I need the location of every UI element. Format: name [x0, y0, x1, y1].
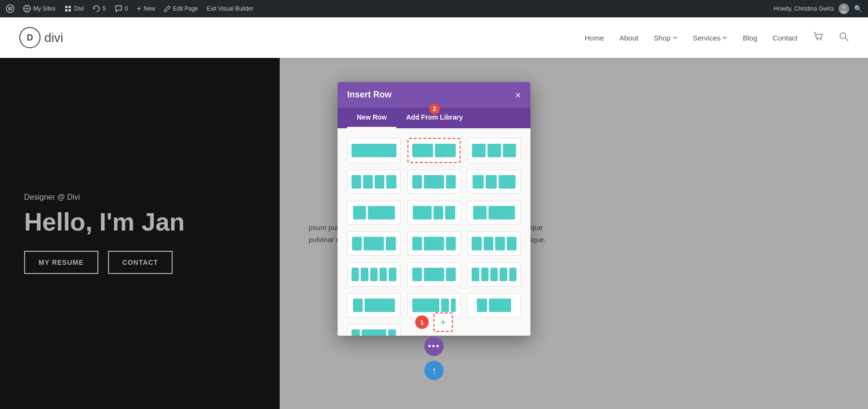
badge-1: 1 [415, 315, 429, 329]
add-row-action: 1 + [415, 313, 453, 332]
insert-row-modal: Insert Row × New Row Add From Library 2 [338, 82, 530, 336]
layout-5col[interactable] [347, 262, 401, 286]
svg-point-9 [842, 5, 846, 9]
layout-2col-left-wide[interactable] [347, 201, 401, 225]
layout-2col-equal[interactable] [407, 138, 461, 163]
nav-item-blog[interactable]: Blog [743, 34, 757, 42]
exit-vb-button[interactable]: Exit Visual Builder [207, 5, 254, 12]
svg-rect-5 [65, 6, 68, 8]
nav-item-contact[interactable]: Contact [773, 34, 798, 42]
layout-3col-v2[interactable] [467, 170, 521, 194]
more-options-button[interactable]: ••• [424, 337, 444, 356]
svg-point-13 [840, 33, 846, 39]
my-sites-menu[interactable]: My Sites [23, 5, 55, 13]
nav-item-about[interactable]: About [619, 34, 638, 42]
logo-circle: D [19, 27, 41, 48]
main-content: Designer @ Divi Hello, I'm Jan MY RESUME… [0, 58, 868, 409]
layout-3col-equal[interactable] [467, 138, 521, 163]
divi-menu[interactable]: Divi [64, 5, 84, 13]
layout-4col[interactable] [347, 170, 401, 194]
modal-close-button[interactable]: × [515, 90, 521, 100]
avatar [839, 3, 849, 14]
svg-point-11 [817, 39, 818, 40]
revisions-menu[interactable]: 5 [93, 5, 106, 13]
admin-bar-right: Howdy, Christina Gwira 🔍 [774, 3, 862, 14]
svg-point-10 [841, 10, 847, 14]
scroll-up-button[interactable]: ↑ [424, 361, 444, 380]
svg-text:W: W [8, 6, 13, 12]
logo-text: divi [44, 30, 63, 45]
svg-line-14 [845, 38, 848, 41]
new-menu[interactable]: + New [136, 4, 155, 13]
svg-rect-6 [68, 6, 71, 8]
modal-tabs: New Row Add From Library 2 [338, 108, 530, 128]
svg-point-12 [820, 39, 822, 40]
layout-2col-small-left[interactable] [347, 293, 401, 317]
layout-2col-left-small[interactable] [467, 293, 521, 317]
layout-1col[interactable] [347, 138, 401, 163]
header-search-icon[interactable] [839, 32, 849, 44]
wp-logo[interactable]: W [6, 4, 14, 13]
row-layout-grid [347, 138, 521, 336]
bottom-actions: 1 + ••• ↑ [415, 313, 453, 380]
layout-2col-right-wide[interactable] [467, 201, 521, 225]
layout-5col-v2[interactable] [467, 262, 521, 286]
admin-bar: W My Sites Divi 5 0 + New Edit Page Exit… [0, 0, 868, 17]
layout-mixed1[interactable] [347, 232, 401, 256]
site-header: D divi Home About Shop Services Blog Con… [0, 17, 868, 58]
svg-rect-8 [68, 9, 71, 12]
nav-item-services[interactable]: Services [693, 34, 728, 42]
layout-mixed2[interactable] [407, 232, 461, 256]
cart-icon[interactable] [813, 31, 824, 44]
layout-4col-v2[interactable] [467, 232, 521, 256]
modal-title: Insert Row [347, 90, 392, 100]
library-badge: 2 [429, 104, 440, 114]
svg-rect-7 [65, 9, 68, 12]
main-nav: Home About Shop Services Blog Contact [584, 31, 849, 44]
comments-menu[interactable]: 0 [115, 5, 128, 13]
layout-3col-large-mid[interactable] [347, 324, 401, 336]
search-icon[interactable]: 🔍 [854, 5, 862, 13]
add-row-button[interactable]: + [434, 313, 453, 332]
site-logo[interactable]: D divi [19, 27, 63, 48]
layout-3col-wide-mid[interactable] [407, 170, 461, 194]
layout-3col-wide-mid2[interactable] [407, 262, 461, 286]
tab-new-row[interactable]: New Row [347, 108, 396, 128]
nav-item-home[interactable]: Home [584, 34, 604, 42]
edit-page-button[interactable]: Edit Page [164, 5, 198, 12]
layout-3col-left-wide[interactable] [407, 201, 461, 225]
modal-body [338, 128, 530, 336]
nav-item-shop[interactable]: Shop [654, 34, 678, 42]
